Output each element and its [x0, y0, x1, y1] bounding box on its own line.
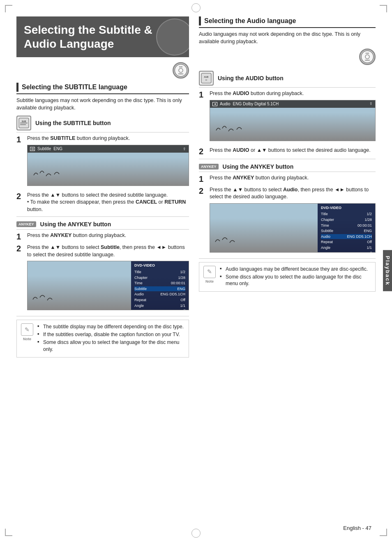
dvd-menu-title-right: DVD-VIDEO [321, 205, 372, 211]
dvd-menu-row-title-r: Title1/2 [321, 211, 372, 217]
dvd-video-icon-right: DVD VIDEO [359, 49, 376, 65]
audio-bar-value: ENG Dolby Digital 5.1CH [233, 101, 279, 107]
subtitle-step-1: 1 Press the SUBTITLE button during playb… [16, 135, 189, 188]
dvd-menu-row-audio-r: AudioENG DD5.1CH [321, 234, 372, 239]
note-text-right: Audio languages may be different because… [219, 266, 371, 288]
anykey-screen-right: DVD-VIDEO Title1/2 Chapter1/28 Time00:00… [210, 203, 376, 253]
subtitle-bar-icon: ▤ [30, 147, 35, 151]
note-icon-wrapper-right: ✎ Note [203, 266, 216, 284]
step-content: Press the SUBTITLE button during playbac… [27, 135, 189, 188]
anykey-badge: ANYKEY [16, 221, 36, 227]
svg-text:DVD: DVD [366, 52, 369, 54]
anykey-step-1-left: 1 Press the ANYKEY button during playbac… [16, 232, 189, 241]
note-list: The subtitle display may be different de… [37, 323, 184, 353]
audio-section-title: Selecting the Audio language [204, 17, 296, 25]
dvd-menu-row-angle-r: Angle1/1 [321, 245, 372, 251]
step-number: 1 [16, 135, 24, 144]
anykey-button-subsection-right: ANYKEY Using the ANYKEY button [199, 163, 376, 172]
dvd-menu-row-time-r: Time00:00:01 [321, 223, 372, 228]
page-title: Selecting the Subtitle & Audio Language [24, 23, 182, 51]
anykey-badge-right: ANYKEY [199, 164, 219, 169]
title-box: Selecting the Subtitle & Audio Language [16, 16, 189, 57]
main-layout: Selecting the Subtitle & Audio Language … [16, 16, 376, 358]
subtitle-button-icon: SUB [16, 116, 31, 130]
note-item-right-2: Some discs allow you to select the audio… [220, 274, 371, 288]
dvd-menu-row-time: Time00:00:01 [134, 281, 185, 286]
note-text-left: The subtitle display may be different de… [37, 323, 184, 353]
note-item-3: Some discs allow you to select the langu… [37, 339, 184, 353]
dvd-menu-row-zoom-r: ZoomOff [321, 251, 372, 253]
audio-bar: ◄ Audio ENG Dolby Digital 5.1CH ⇧ [210, 100, 375, 108]
note-label-right: Note [205, 279, 214, 284]
audio-button-icon: AUD IO [199, 71, 214, 86]
subtitle-screen-mock: ▤ Subtitle ENG ⇧ [27, 145, 189, 186]
divider [16, 316, 189, 316]
audio-bar-label: Audio [220, 101, 231, 107]
dvd-menu-row-subtitle: SubtitleENG [134, 286, 185, 292]
subtitle-step-2: 2 Press the ▲▼ buttons to select the des… [16, 192, 189, 214]
step-content: Press the ▲▼ buttons to select Subtitle,… [27, 244, 189, 313]
dvd-menu-row-repeat-r: RepeatOff [321, 239, 372, 245]
bottom-center-mark [191, 529, 201, 538]
subtitle-bar-arrows: ⇧ [183, 146, 186, 152]
audio-section-header: Selecting the Audio language [199, 16, 376, 28]
step-number: 2 [199, 187, 206, 195]
dvd-menu-row-audio: AudioENG DD5.1CH [134, 292, 185, 297]
dvd-video-icon: DVD VIDEO [173, 62, 189, 79]
section-bar [16, 83, 18, 92]
svg-text:DVD: DVD [179, 66, 183, 68]
note-item-right-1: Audio languages may be different because… [220, 266, 371, 273]
dvd-menu-overlay: DVD-VIDEO Title1/2 Chapter1/28 Time00:00… [131, 261, 189, 310]
note-icon: ✎ [21, 323, 33, 336]
svg-text:AUD: AUD [204, 76, 209, 78]
step-content: Press the ANYKEY button during playback. [210, 174, 376, 182]
anykey-button-title-right: Using the ANYKEY button [223, 163, 294, 170]
note-box-left: ✎ Note The subtitle display may be diffe… [16, 320, 189, 357]
divider-right [199, 258, 376, 259]
dvd-menu-row-chapter-r: Chapter1/28 [321, 217, 372, 223]
subtitle-bar-value: ENG [53, 146, 62, 152]
step-content: Press the ▲▼ buttons to select the desir… [27, 192, 189, 214]
right-column: Selecting the Audio language Audio langu… [199, 16, 376, 358]
step-number: 1 [199, 175, 206, 183]
dvd-menu-row-chapter: Chapter1/28 [134, 275, 185, 281]
note-icon-wrapper: ✎ Note [21, 323, 33, 342]
page-number: English - 47 [343, 525, 371, 531]
left-column: Selecting the Subtitle & Audio Language … [16, 16, 189, 358]
anykey-button-title-left: Using the ANYKEY button [40, 221, 111, 228]
dvd-menu-row-angle: Angle1/1 [134, 303, 185, 309]
step-content: Press the ANYKEY button during playback. [27, 232, 189, 239]
screen-background: DVD-VIDEO Title1/2 Chapter1/28 Time00:00… [28, 261, 189, 310]
subtitle-screen: ▤ Subtitle ENG ⇧ [27, 145, 189, 186]
note-label: Note [23, 337, 31, 342]
dvd-menu-row-zoom: ZoomOff [134, 309, 185, 310]
audio-button-subsection: AUD IO Using the AUDIO button [199, 71, 376, 88]
subtitle-button-title: Using the SUBTITLE button [35, 120, 111, 126]
audio-step-2: 2 Press the AUDIO or ▲▼ buttons to selec… [199, 147, 376, 156]
audio-button-title: Using the AUDIO button [218, 75, 284, 81]
anykey-screen-mock-right: DVD-VIDEO Title1/2 Chapter1/28 Time00:00… [210, 203, 376, 253]
audio-bar-icon: ◄ [212, 102, 217, 106]
audio-bar-arrows: ⇧ [369, 101, 373, 107]
tab-label: Playback [385, 255, 391, 285]
step-content: Press the AUDIO or ▲▼ buttons to select … [210, 147, 376, 154]
step-content: Press the ▲▼ buttons to select Audio, th… [210, 186, 376, 255]
subtitle-section-header: Selecting the SUBTITLE language [16, 83, 189, 94]
dvd-menu-title: DVD-VIDEO [134, 263, 185, 268]
note-icon-right: ✎ [203, 266, 216, 278]
step-number: 2 [16, 244, 24, 253]
audio-description: Audio languages may not work depending o… [199, 30, 376, 45]
svg-text:VIDEO: VIDEO [365, 59, 370, 61]
subtitle-description: Subtitle languages may not work dependin… [16, 97, 189, 111]
corner-mark-br [380, 529, 387, 536]
step-content: Press the AUDIO button during playback. [210, 90, 376, 144]
dvd-menu-row-title: Title1/2 [134, 269, 185, 275]
dvd-menu-overlay-right: DVD-VIDEO Title1/2 Chapter1/28 Time00:00… [318, 204, 375, 253]
step-number: 1 [16, 232, 24, 241]
note-box-right: ✎ Note Audio languages may be different … [199, 262, 376, 292]
svg-point-1 [179, 68, 183, 72]
corner-mark-bl [5, 529, 12, 536]
audio-screen-mock: ◄ Audio ENG Dolby Digital 5.1CH ⇧ [210, 100, 376, 141]
page-container: Playback Selecting the Subtitle & Audio … [0, 0, 392, 541]
note-item-1: The subtitle display may be different de… [37, 323, 184, 330]
